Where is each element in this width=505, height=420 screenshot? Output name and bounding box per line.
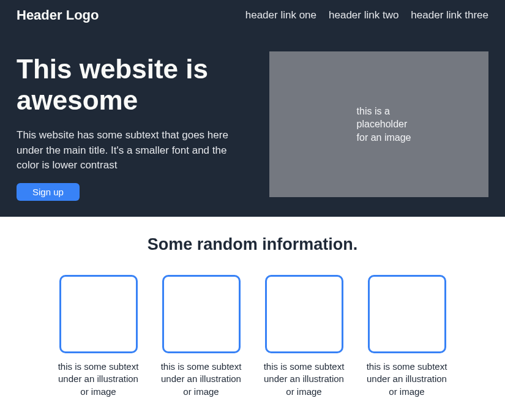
info-cards-row: this is some subtext under an illustrati… (17, 275, 488, 398)
info-card: this is some subtext under an illustrati… (265, 275, 343, 398)
card-caption: this is some subtext under an illustrati… (159, 361, 244, 398)
card-illustration-box (265, 275, 343, 353)
card-illustration-box (368, 275, 446, 353)
hero-title: This website is awesome (17, 54, 245, 116)
hero: This website is awesome This website has… (17, 28, 488, 204)
header-link-one[interactable]: header link one (245, 9, 316, 21)
card-illustration-box (162, 275, 241, 353)
hero-text-column: This website is awesome This website has… (17, 54, 245, 201)
info-card: this is some subtext under an illustrati… (59, 275, 138, 398)
hero-section-wrapper: Header Logo header link one header link … (0, 0, 505, 217)
header-nav: header link one header link two header l… (245, 9, 488, 21)
info-card: this is some subtext under an illustrati… (368, 275, 446, 398)
card-caption: this is some subtext under an illustrati… (261, 361, 347, 398)
hero-image-placeholder: this is a placeholder for an image (269, 51, 488, 197)
header-link-three[interactable]: header link three (411, 9, 488, 21)
header-link-two[interactable]: header link two (329, 9, 398, 21)
info-card: this is some subtext under an illustrati… (162, 275, 241, 398)
hero-subtext: This website has some subtext that goes … (17, 128, 245, 173)
card-caption: this is some subtext under an illustrati… (364, 361, 450, 398)
info-heading: Some random information. (17, 235, 488, 254)
signup-button[interactable]: Sign up (17, 183, 80, 201)
site-header: Header Logo header link one header link … (17, 6, 488, 28)
placeholder-text: this is a placeholder for an image (347, 105, 411, 144)
info-section: Some random information. this is some su… (0, 217, 505, 404)
header-logo: Header Logo (17, 7, 99, 23)
card-caption: this is some subtext under an illustrati… (56, 361, 141, 398)
card-illustration-box (59, 275, 138, 353)
